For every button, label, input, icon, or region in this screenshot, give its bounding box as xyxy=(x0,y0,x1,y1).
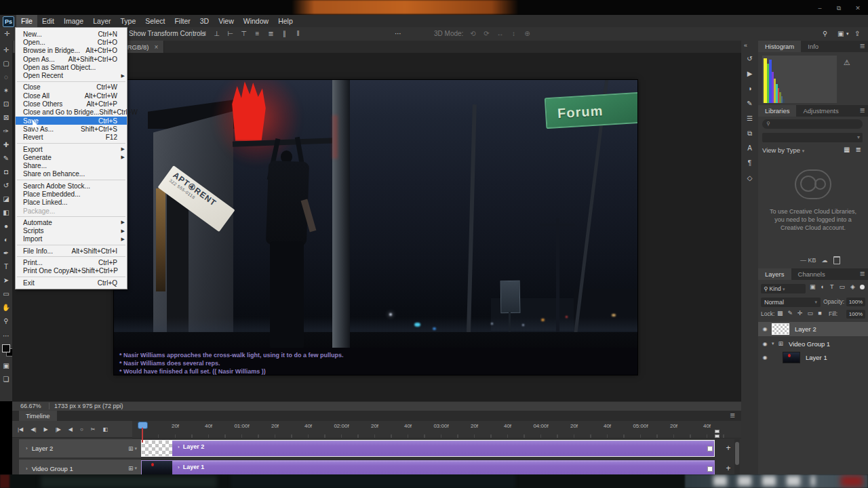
file-menu-item[interactable]: Open As... Alt+Shift+Ctrl+O xyxy=(16,55,127,63)
cloud-sync-icon[interactable]: ☁ xyxy=(822,257,828,264)
blend-mode-dropdown[interactable]: Normal▾ xyxy=(761,298,821,307)
track-frames-icon[interactable]: ⊞ xyxy=(128,445,134,452)
clip-expand-icon[interactable]: › xyxy=(178,444,180,450)
panel-menu-icon[interactable]: ≣ xyxy=(860,270,865,277)
tool-button[interactable]: ▭ xyxy=(0,287,12,301)
file-menu-item[interactable]: Automate ▶ xyxy=(16,218,127,226)
tool-button[interactable]: ⊡ xyxy=(0,98,12,111)
tool-button[interactable]: ◘ xyxy=(0,165,12,179)
tool-button[interactable]: ◧ xyxy=(0,206,12,220)
view-by-type-dropdown[interactable]: View by Type ▾ xyxy=(762,146,804,154)
menu-bar-item[interactable]: Filter xyxy=(170,15,195,27)
search-icon[interactable]: ⚲ xyxy=(823,27,827,41)
menu-bar-item[interactable]: 3D xyxy=(195,15,214,27)
file-menu-item[interactable]: Place Linked... xyxy=(16,199,127,207)
track-header-video-group-1[interactable]: › Video Group 1 ⊞ ▾ xyxy=(19,460,141,474)
tool-button[interactable]: ✎ xyxy=(0,152,12,165)
layer-filter-icon[interactable]: ◐ xyxy=(821,283,825,290)
more-options-icon[interactable]: ⋯ xyxy=(395,27,401,41)
dock-panel-icon[interactable]: ¶ xyxy=(741,156,758,171)
transport-button[interactable]: ✂ xyxy=(91,426,96,432)
timeline-menu-icon[interactable]: ≣ xyxy=(730,411,735,419)
transport-button[interactable]: ▶ xyxy=(43,426,47,432)
3d-mode-icon[interactable]: ⟳ xyxy=(483,27,490,41)
share-icon[interactable]: ⇪ xyxy=(854,27,860,41)
file-menu-item[interactable]: Browse in Bridge... Alt+Ctrl+O xyxy=(16,47,127,55)
dock-panel-icon[interactable]: ⧉ xyxy=(741,126,758,141)
tool-button[interactable]: ◪ xyxy=(0,192,12,206)
align-icon[interactable]: ≣ xyxy=(267,27,275,41)
panel-menu-icon[interactable]: ≣ xyxy=(860,106,865,114)
menu-bar-item[interactable]: View xyxy=(214,15,239,27)
tool-button[interactable]: ↺ xyxy=(0,179,12,192)
file-menu-item[interactable]: Save Ctrl+S xyxy=(16,117,127,125)
tool-button[interactable]: ➤ xyxy=(0,274,12,287)
document-canvas[interactable]: APT④RENT 322 555-0118 xyxy=(114,80,637,375)
align-icon[interactable]: ⊤ xyxy=(240,27,248,41)
tool-button[interactable]: ✚ xyxy=(0,138,12,152)
menu-bar-item[interactable]: Window xyxy=(239,15,273,27)
tools-more-icon[interactable]: ⋯ xyxy=(0,329,12,343)
track-header-layer-2[interactable]: › Layer 2 ⊞ ▾ xyxy=(19,439,141,458)
transport-button[interactable]: ○ xyxy=(80,426,83,432)
tool-button[interactable]: ✑ xyxy=(0,125,12,138)
menu-bar-item[interactable]: File xyxy=(16,15,37,27)
3d-mode-icon[interactable]: ↔ xyxy=(496,27,504,41)
layer-filter-icon[interactable]: T xyxy=(830,283,834,290)
layer-filter-icon[interactable]: ▭ xyxy=(839,283,845,290)
visibility-eye-icon[interactable]: ◉ xyxy=(758,354,772,361)
clip-end-handle[interactable] xyxy=(707,466,713,472)
tab-layers[interactable]: Layers xyxy=(758,268,791,280)
dock-panel-icon[interactable]: ✎ xyxy=(741,96,758,111)
timeline-ruler[interactable]: 20f40f01:00f20f40f02:00f20f40f03:00f20f4… xyxy=(132,421,741,439)
tab-histogram[interactable]: Histogram xyxy=(758,41,801,52)
file-menu-item[interactable]: Print... Ctrl+P xyxy=(16,258,127,266)
tool-button[interactable]: ⚲ xyxy=(0,314,12,328)
dock-panel-icon[interactable]: ↺ xyxy=(741,52,758,66)
list-view-icon[interactable]: ≣ xyxy=(855,146,861,153)
layer-filter-icon[interactable]: ▣ xyxy=(810,283,816,290)
file-menu-item[interactable]: Generate ▶ xyxy=(16,153,127,161)
timeline-clip-layer-2[interactable]: ›Layer 2 xyxy=(141,440,715,457)
align-icon[interactable]: ‖ xyxy=(294,27,302,41)
screen-mode-button[interactable]: ❏ xyxy=(0,373,12,386)
file-menu-item[interactable]: Export ▶ xyxy=(16,145,127,153)
menu-bar-item[interactable]: Select xyxy=(140,15,170,27)
foreground-color-swatch[interactable] xyxy=(2,344,10,352)
menu-bar-item[interactable]: Edit xyxy=(37,15,59,27)
menu-bar-item[interactable]: Type xyxy=(115,15,140,27)
clip-end-handle[interactable] xyxy=(707,446,713,451)
transport-button[interactable]: ◧ xyxy=(103,426,108,432)
clip-bar[interactable]: ›Layer 1 xyxy=(172,461,714,474)
layer-row-video-group-1[interactable]: ◉ ▾ ⊞ Video Group 1 xyxy=(758,337,868,350)
dock-panel-icon[interactable]: A xyxy=(741,141,758,156)
timeline-tab[interactable]: Timeline xyxy=(19,411,57,421)
dock-panel-icon[interactable]: ☰ xyxy=(741,111,758,126)
panel-menu-icon[interactable]: ≣ xyxy=(860,42,865,49)
file-menu-item[interactable]: Share... xyxy=(16,161,127,169)
lock-icon[interactable]: ✎ xyxy=(788,310,793,317)
zoom-level-field[interactable]: 66.67% xyxy=(20,401,41,411)
file-menu-item[interactable]: Revert F12 xyxy=(16,134,127,142)
3d-mode-icon[interactable]: ⊕ xyxy=(524,27,531,41)
file-menu-item[interactable]: Save As... Shift+Ctrl+S xyxy=(16,125,127,133)
file-menu-item[interactable]: Close Ctrl+W xyxy=(16,83,127,92)
collapse-panels-icon[interactable]: « xyxy=(744,42,747,49)
layer-row-layer-1[interactable]: ◉ Layer 1 xyxy=(758,350,868,364)
libraries-dropdown[interactable]: ▾ xyxy=(762,133,863,142)
track-caret-icon[interactable]: ▾ xyxy=(134,446,137,451)
clip-expand-icon[interactable]: › xyxy=(178,464,180,470)
file-menu-item[interactable]: Open... Ctrl+O xyxy=(16,38,127,46)
lock-icon[interactable]: ■ xyxy=(818,310,821,317)
align-icon[interactable]: ≡ xyxy=(254,27,261,41)
tab-libraries[interactable]: Libraries xyxy=(758,105,796,117)
tool-button[interactable]: T xyxy=(0,260,12,274)
layer-filter-toggle[interactable] xyxy=(860,285,865,289)
dock-panel-icon[interactable]: ▶ xyxy=(741,66,758,81)
transport-button[interactable]: ◀ xyxy=(68,426,73,432)
libraries-search-input[interactable]: ⚲ xyxy=(762,119,863,129)
histogram-warning-icon[interactable]: ⚠ xyxy=(844,58,850,67)
clip-bar[interactable]: ›Layer 2 xyxy=(172,441,714,456)
tool-button[interactable]: ✛ xyxy=(0,43,12,57)
file-menu-item[interactable]: Close Others Alt+Ctrl+P xyxy=(16,100,127,108)
